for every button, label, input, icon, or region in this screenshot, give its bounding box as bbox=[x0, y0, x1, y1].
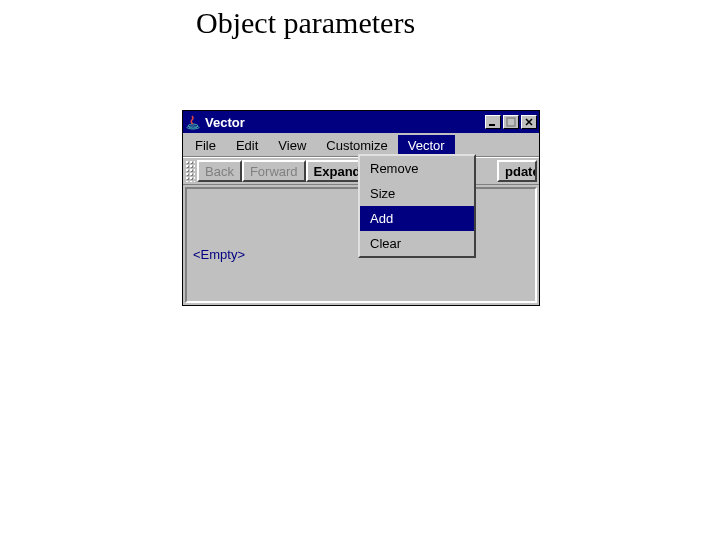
menu-vector[interactable]: Vector bbox=[398, 135, 455, 156]
vector-dropdown-menu: Remove Size Add Clear bbox=[358, 154, 476, 258]
svg-rect-2 bbox=[489, 124, 495, 126]
forward-button[interactable]: Forward bbox=[242, 160, 306, 182]
titlebar[interactable]: Vector bbox=[183, 111, 539, 133]
minimize-button[interactable] bbox=[485, 115, 501, 129]
slide-title: Object parameters bbox=[196, 6, 415, 40]
close-button[interactable] bbox=[521, 115, 537, 129]
svg-rect-3 bbox=[507, 118, 515, 126]
java-icon bbox=[185, 114, 201, 130]
window-controls bbox=[485, 115, 537, 129]
back-button[interactable]: Back bbox=[197, 160, 242, 182]
dropdown-item-clear[interactable]: Clear bbox=[360, 231, 474, 256]
window-title: Vector bbox=[205, 115, 485, 130]
empty-indicator: <Empty> bbox=[193, 247, 245, 262]
menu-customize[interactable]: Customize bbox=[316, 135, 397, 156]
menu-edit[interactable]: Edit bbox=[226, 135, 268, 156]
maximize-button[interactable] bbox=[503, 115, 519, 129]
dropdown-item-remove[interactable]: Remove bbox=[360, 156, 474, 181]
menu-view[interactable]: View bbox=[268, 135, 316, 156]
update-button[interactable]: pdate bbox=[497, 160, 537, 182]
dropdown-item-add[interactable]: Add bbox=[360, 206, 474, 231]
toolbar-gripper[interactable] bbox=[185, 160, 195, 182]
menu-file[interactable]: File bbox=[185, 135, 226, 156]
dropdown-item-size[interactable]: Size bbox=[360, 181, 474, 206]
